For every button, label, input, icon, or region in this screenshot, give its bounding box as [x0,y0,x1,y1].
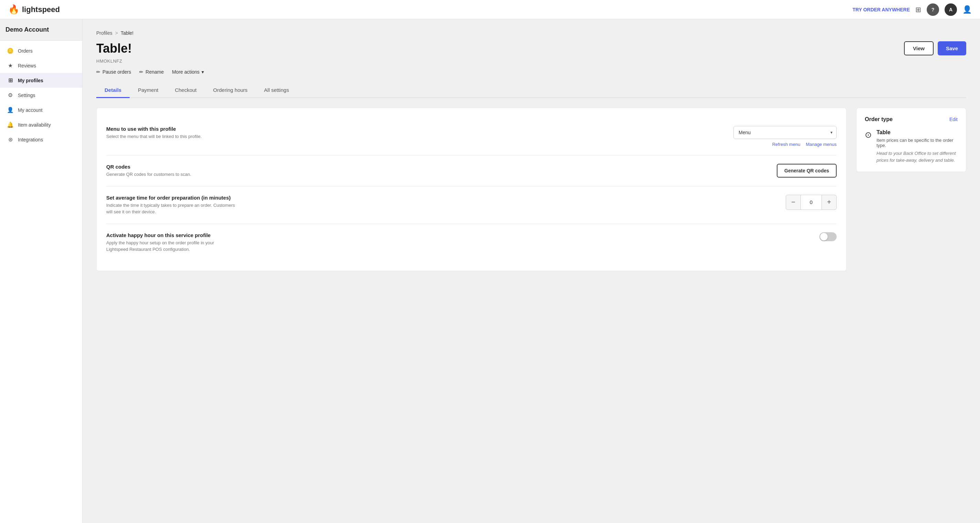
action-bar: ✏ Pause orders ✏ Rename More actions ▾ [96,69,966,75]
pencil-icon: ✏ [139,69,143,75]
order-type-edit-link[interactable]: Edit [950,116,958,122]
menu-select[interactable]: Menu [733,126,837,139]
rename-label: Rename [145,69,164,75]
table-icon: ⊙ [865,130,872,140]
sidebar-item-label-reviews: Reviews [18,63,36,69]
qr-codes-section: QR codes Generate QR codes for customers… [106,156,837,187]
breadcrumb-profiles[interactable]: Profiles [96,30,113,36]
flame-icon: 🔥 [8,4,19,15]
sidebar-item-label-orders: Orders [18,48,33,54]
prep-time-section: Set average time for order preparation (… [106,187,837,224]
more-actions-button[interactable]: More actions ▾ [172,69,204,75]
save-button[interactable]: Save [938,41,966,56]
sidebar-item-label-integrations: Integrations [18,137,43,142]
header-actions: View Save [904,41,966,56]
tab-checkout[interactable]: Checkout [166,83,205,98]
sidebar-item-orders[interactable]: 🪙 Orders [0,43,82,58]
order-type-content: ⊙ Table Item prices can be specific to t… [865,129,958,163]
stepper-value: 0 [801,195,821,210]
happy-hour-section: Activate happy hour on this service prof… [106,224,837,261]
main-content: Profiles > Table! Table! View Save HMOKL… [83,19,980,523]
prep-time-desc: Indicate the time it typically takes to … [106,202,237,215]
tab-all-settings[interactable]: All settings [256,83,298,98]
happy-hour-control-group [819,232,837,241]
pause-icon: ✏ [96,69,100,75]
order-type-card: Order type Edit ⊙ Table Item prices can … [856,108,966,172]
sidebar-item-reviews[interactable]: ★ Reviews [0,58,82,73]
manage-menus-link[interactable]: Manage menus [806,142,837,147]
more-actions-label: More actions [172,69,199,75]
sidebar-nav: 🪙 Orders ★ Reviews ⊞ My profiles ⚙ Setti… [0,41,82,150]
menu-section: Menu to use with this profile Select the… [106,118,837,156]
page-subtitle: HMOKLNFZ [96,59,966,64]
integrations-icon: ⊛ [7,136,14,143]
tabs: Details Payment Checkout Ordering hours … [96,83,966,98]
breadcrumb: Profiles > Table! [96,30,966,36]
rename-button[interactable]: ✏ Rename [139,69,164,75]
sidebar-item-item-availability[interactable]: 🔔 Item availability [0,117,82,132]
prep-time-label-group: Set average time for order preparation (… [106,195,779,215]
happy-hour-form-row: Activate happy hour on this service prof… [106,232,837,253]
sidebar-item-label-settings: Settings [18,92,35,98]
details-card: Menu to use with this profile Select the… [96,108,846,271]
prep-time-label: Set average time for order preparation (… [106,195,779,201]
tab-details[interactable]: Details [96,83,130,98]
nav-right: TRY ORDER ANYWHERE ⊞ ? A 👤 [853,3,972,16]
refresh-menu-link[interactable]: Refresh menu [772,142,800,147]
logo-text: lightspeed [22,5,60,14]
happy-hour-label: Activate happy hour on this service prof… [106,232,813,238]
page-header: Table! View Save [96,41,966,56]
happy-hour-toggle[interactable] [819,232,837,241]
prep-time-stepper: − 0 + [786,195,837,210]
tab-payment[interactable]: Payment [130,83,166,98]
reviews-icon: ★ [7,62,14,69]
happy-hour-toggle-wrapper [819,232,837,241]
menu-label: Menu to use with this profile [106,126,727,132]
sidebar: Demo Account 🪙 Orders ★ Reviews ⊞ My pro… [0,19,83,523]
generate-qr-button[interactable]: Generate QR codes [777,164,837,177]
page-title: Table! [96,41,132,56]
order-type-desc: Item prices can be specific to the order… [877,138,958,148]
prep-time-control-group: − 0 + [786,195,837,210]
tab-ordering-hours[interactable]: Ordering hours [205,83,256,98]
help-button[interactable]: ? [927,3,939,16]
user-icon[interactable]: 👤 [963,5,972,14]
chevron-down-icon: ▾ [202,69,204,75]
menu-form-row: Menu to use with this profile Select the… [106,126,837,147]
happy-hour-label-group: Activate happy hour on this service prof… [106,232,813,253]
qr-label-group: QR codes Generate QR codes for customers… [106,164,770,178]
sidebar-item-my-profiles[interactable]: ⊞ My profiles [0,73,82,88]
order-type-header: Order type Edit [865,116,958,123]
grid-icon[interactable]: ⊞ [915,5,921,14]
menu-desc: Select the menu that will be linked to t… [106,133,237,140]
logo: 🔥 lightspeed [8,4,60,15]
sidebar-account-name: Demo Account [0,19,82,41]
breadcrumb-current: Table! [121,30,134,36]
qr-form-row: QR codes Generate QR codes for customers… [106,164,837,178]
my-profiles-icon: ⊞ [7,77,14,84]
prep-time-form-row: Set average time for order preparation (… [106,195,837,215]
qr-control-group: Generate QR codes [777,164,837,177]
sidebar-item-integrations[interactable]: ⊛ Integrations [0,132,82,147]
main-panel: Menu to use with this profile Select the… [96,108,846,277]
side-panel: Order type Edit ⊙ Table Item prices can … [856,108,966,277]
sidebar-item-my-account[interactable]: 👤 My account [0,102,82,117]
account-icon-button[interactable]: A [945,3,957,16]
sidebar-item-label-my-profiles: My profiles [18,78,43,83]
order-type-details: Table Item prices can be specific to the… [877,129,958,163]
stepper-minus-button[interactable]: − [786,195,801,210]
stepper-plus-button[interactable]: + [821,195,837,210]
try-order-anywhere-link[interactable]: TRY ORDER ANYWHERE [853,7,910,13]
menu-control-group: Menu ▾ Refresh menu Manage menus [733,126,837,147]
view-button[interactable]: View [904,41,934,56]
menu-link-row: Refresh menu Manage menus [772,142,837,147]
menu-select-wrapper: Menu ▾ [733,126,837,139]
order-type-name: Table [877,129,958,136]
sidebar-item-label-my-account: My account [18,107,43,113]
happy-hour-desc: Apply the happy hour setup on the order … [106,239,237,253]
menu-label-group: Menu to use with this profile Select the… [106,126,727,140]
sidebar-item-settings[interactable]: ⚙ Settings [0,88,82,102]
settings-icon: ⚙ [7,92,14,99]
order-type-title: Order type [865,116,892,123]
pause-orders-button[interactable]: ✏ Pause orders [96,69,131,75]
